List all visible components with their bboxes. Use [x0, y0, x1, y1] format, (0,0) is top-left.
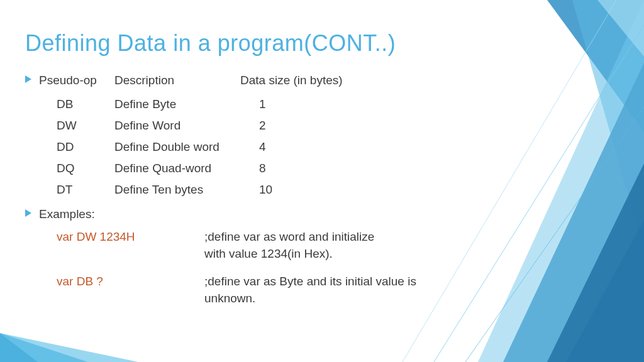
table-row: DQ Define Quad-word 8 — [57, 158, 619, 179]
table-row: DW Define Word 2 — [57, 115, 619, 136]
examples-label: Examples: — [39, 206, 95, 224]
table-body: DB Define Byte 1 DW Define Word 2 DD Def… — [57, 94, 619, 201]
triangle-bullet-icon — [25, 75, 31, 83]
table-row: DB Define Byte 1 — [57, 94, 619, 115]
svg-marker-0 — [0, 333, 88, 362]
table-header: Pseudo-op Description Data size (in byte… — [39, 72, 366, 90]
slide-title: Defining Data in a program(CONT..) — [25, 30, 619, 57]
header-size: Data size (in bytes) — [240, 72, 366, 90]
header-op: Pseudo-op — [39, 72, 114, 90]
example-code: var DW 1234H — [57, 229, 204, 262]
bullet-examples-row: Examples: — [25, 206, 619, 224]
svg-marker-1 — [0, 333, 138, 362]
table-row: DD Define Double word 4 — [57, 136, 619, 158]
example-comment: ;define var as word and initialize with … — [204, 229, 374, 262]
example-item: var DB ? ;define var as Byte and its ini… — [57, 273, 619, 307]
bullet-header-row: Pseudo-op Description Data size (in byte… — [25, 72, 619, 90]
table-row: DT Define Ten bytes 10 — [57, 179, 619, 200]
triangle-bullet-icon — [25, 209, 31, 217]
example-code: var DB ? — [57, 273, 204, 307]
header-desc: Description — [114, 72, 240, 90]
example-item: var DW 1234H ;define var as word and ini… — [57, 229, 619, 262]
slide-content: Defining Data in a program(CONT..) Pseud… — [0, 0, 644, 319]
example-comment: ;define var as Byte and its initial valu… — [204, 273, 469, 307]
